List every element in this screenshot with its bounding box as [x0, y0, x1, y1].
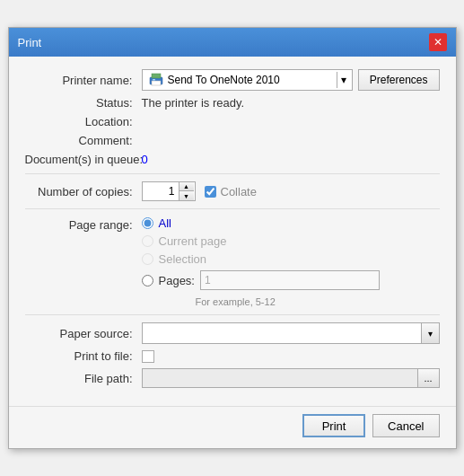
- page-range-label: Page range:: [25, 216, 142, 232]
- radio-selection-label: Selection: [159, 252, 206, 266]
- divider-3: [25, 314, 440, 315]
- printer-name-row: Printer name: Send To OneNote 2010 ▾: [25, 69, 440, 91]
- title-bar: Print ✕: [9, 28, 456, 57]
- svg-rect-1: [152, 74, 161, 78]
- spin-arrows: ▲ ▼: [179, 182, 194, 200]
- documents-label: Document(s) in queue:: [25, 153, 142, 166]
- file-path-input[interactable]: [142, 368, 418, 388]
- radio-current-page[interactable]: [142, 235, 153, 247]
- radio-currentpage-row: Current page: [142, 234, 380, 248]
- comment-row: Comment:: [25, 134, 440, 147]
- paper-source-label: Paper source:: [25, 327, 142, 340]
- page-range-row: Page range: All Current page Selection P…: [25, 216, 440, 307]
- radio-all-label: All: [159, 216, 171, 230]
- divider-1: [25, 173, 440, 174]
- paper-source-select-wrapper[interactable]: ▾: [142, 322, 440, 344]
- svg-rect-2: [152, 81, 161, 85]
- print-to-file-row: Print to file:: [25, 349, 440, 363]
- dialog-body: Printer name: Send To OneNote 2010 ▾: [9, 57, 456, 402]
- svg-rect-3: [153, 79, 155, 81]
- printer-dropdown-arrow: ▾: [337, 72, 346, 88]
- radio-pages-label: Pages:: [159, 274, 195, 287]
- status-value: The printer is ready.: [142, 96, 245, 110]
- radio-all[interactable]: [142, 217, 153, 229]
- printer-name-label: Printer name:: [25, 74, 142, 87]
- browse-button[interactable]: ...: [418, 368, 440, 388]
- collate-option: Collate: [205, 185, 257, 198]
- dialog-footer: Print Cancel: [9, 406, 456, 448]
- print-to-file-checkbox[interactable]: [142, 350, 154, 363]
- printer-select-box[interactable]: Send To OneNote 2010 ▾: [142, 69, 353, 91]
- spin-down-button[interactable]: ▼: [179, 191, 194, 200]
- print-dialog: Print ✕ Printer name: Send To O: [8, 27, 457, 449]
- status-label: Status:: [25, 96, 142, 110]
- cancel-button[interactable]: Cancel: [372, 414, 439, 437]
- radio-selection-row: Selection: [142, 252, 380, 266]
- documents-row: Document(s) in queue: 0: [25, 153, 440, 166]
- file-path-label: File path:: [25, 372, 142, 385]
- radio-pages-row: Pages:: [142, 270, 380, 290]
- radio-selection[interactable]: [142, 253, 153, 265]
- divider-2: [25, 208, 440, 209]
- status-row: Status: The printer is ready.: [25, 96, 440, 110]
- copies-input[interactable]: [143, 182, 179, 200]
- radio-currentpage-label: Current page: [159, 234, 227, 248]
- page-range-options: All Current page Selection Pages: For ex…: [142, 216, 380, 307]
- paper-source-row: Paper source: ▾: [25, 322, 440, 344]
- spin-up-button[interactable]: ▲: [179, 182, 194, 191]
- copies-spinbox[interactable]: ▲ ▼: [142, 181, 196, 201]
- documents-value: 0: [142, 153, 148, 166]
- collate-label: Collate: [221, 185, 257, 198]
- dialog-title: Print: [18, 36, 42, 49]
- print-button[interactable]: Print: [302, 414, 365, 437]
- radio-all-row: All: [142, 216, 380, 230]
- location-row: Location:: [25, 115, 440, 128]
- copies-row: Number of copies: ▲ ▼ Collate: [25, 181, 440, 201]
- pages-input[interactable]: [200, 270, 380, 290]
- example-text: For example, 5-12: [196, 296, 380, 307]
- file-path-row: File path: ...: [25, 368, 440, 388]
- print-to-file-label: Print to file:: [25, 349, 142, 363]
- paper-source-select[interactable]: [143, 323, 439, 343]
- close-button[interactable]: ✕: [429, 33, 447, 51]
- printer-row: Send To OneNote 2010 ▾ Preferences: [142, 69, 440, 91]
- collate-checkbox[interactable]: [205, 186, 216, 198]
- printer-name-value: Send To OneNote 2010: [168, 74, 280, 86]
- radio-pages[interactable]: [142, 275, 153, 286]
- location-label: Location:: [25, 115, 142, 128]
- copies-label: Number of copies:: [25, 185, 142, 198]
- printer-icon: [148, 72, 164, 88]
- preferences-button[interactable]: Preferences: [358, 69, 440, 91]
- copies-input-area: ▲ ▼ Collate: [142, 181, 257, 201]
- comment-label: Comment:: [25, 134, 142, 147]
- printer-select-inner: Send To OneNote 2010: [148, 72, 333, 88]
